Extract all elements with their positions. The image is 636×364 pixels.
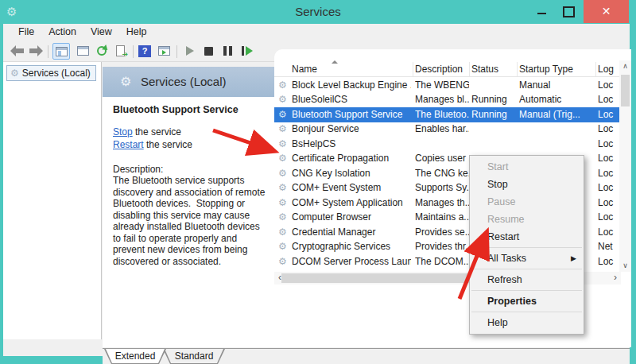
tab-label: Standard (163, 350, 225, 362)
cell-description: Provides thr... (415, 239, 469, 254)
context-menu-item-help[interactable]: Help (470, 314, 584, 331)
cell-description: Manages bl... (415, 92, 469, 107)
column-header-startup-type[interactable]: Startup Type (519, 64, 595, 75)
context-menu-item-start: Start (470, 158, 584, 176)
cell-description (415, 137, 469, 152)
context-menu-item-resume: Resume (470, 211, 584, 228)
column-separator[interactable] (517, 62, 518, 76)
services-gear-icon: ⚙ (10, 68, 19, 79)
cell-status: Running (471, 92, 517, 107)
cell-log: Loc (598, 196, 619, 211)
service-row[interactable]: ⚙Bluetooth Support ServiceThe Bluetoo...… (274, 107, 619, 122)
menu-separator (471, 247, 582, 248)
menu-help[interactable]: Help (119, 24, 154, 40)
service-gear-icon: ⚙ (278, 225, 287, 239)
cell-description: Manages th... (415, 196, 469, 211)
scroll-right-icon[interactable]: › (610, 272, 621, 285)
menu-separator (471, 269, 582, 269)
context-menu-item-stop[interactable]: Stop (470, 176, 584, 193)
column-header-status[interactable]: Status (471, 64, 517, 75)
console-tree-glyph (56, 47, 68, 56)
export-list-icon[interactable] (113, 43, 130, 60)
column-header-log[interactable]: Log (598, 64, 619, 75)
back-icon[interactable] (8, 43, 25, 60)
question-glyph: ? (138, 45, 151, 57)
stop-service-icon[interactable] (200, 43, 218, 60)
title-bar[interactable]: ⚙ Services ✕ (0, 0, 636, 24)
service-gear-icon: ⚙ (278, 180, 287, 195)
service-row[interactable]: ⚙BlueSoleilCSManages bl...RunningAutomat… (274, 92, 619, 107)
pause-service-icon[interactable] (219, 43, 237, 60)
cell-startup (519, 137, 595, 152)
cell-name: Certificate Propagation (292, 151, 411, 166)
cell-description: Copies user ... (415, 151, 469, 166)
column-separator[interactable] (413, 62, 413, 76)
service-row[interactable]: ⚙BsHelpCSLoc (274, 137, 619, 152)
service-gear-icon: ⚙ (278, 254, 287, 269)
cell-log: Loc (598, 254, 619, 269)
horizontal-scroll-thumb[interactable] (281, 273, 472, 283)
restart-service-icon[interactable] (238, 43, 256, 60)
restart-service-link[interactable]: Restart (113, 139, 144, 150)
cell-log: Loc (598, 180, 619, 196)
scroll-up-icon[interactable]: ∧ (619, 60, 631, 72)
cell-description: Supports Sy... (415, 180, 469, 196)
maximize-button[interactable] (556, 0, 579, 23)
restart-play-glyph (246, 46, 253, 56)
service-gear-icon: ⚙ (278, 210, 287, 224)
context-menu-item-restart[interactable]: Restart (470, 228, 584, 246)
standard-view-icon[interactable] (156, 43, 173, 60)
description-text: The Bluetooth service supports discovery… (113, 175, 269, 267)
restart-service-suffix: the service (144, 139, 192, 150)
minimize-button[interactable] (531, 0, 553, 23)
service-row[interactable]: ⚙Block Level Backup Engine ...The WBENG.… (274, 78, 619, 93)
service-row[interactable]: ⚙Bonjour ServiceEnables har...Loc (274, 122, 619, 137)
cell-status (471, 137, 517, 152)
cell-log: Loc (598, 78, 619, 93)
list-header: NameDescriptionStatusStartup TypeLog (274, 60, 619, 77)
column-header-description[interactable]: Description (415, 64, 469, 75)
cell-description: The WBENG... (415, 78, 469, 93)
forward-icon[interactable] (27, 43, 45, 60)
tab-label: Extended (104, 350, 166, 362)
vertical-scroll-thumb[interactable] (621, 75, 630, 106)
context-menu-item-refresh[interactable]: Refresh (470, 271, 584, 288)
cell-log: Loc (598, 92, 619, 107)
cell-startup: Manual (Trig... (519, 107, 595, 122)
help-icon[interactable]: ? (137, 43, 154, 60)
cell-startup (519, 122, 595, 137)
tree-item-services-local[interactable]: ⚙Services (Local) (6, 65, 96, 81)
pause-glyph (223, 46, 227, 56)
menu-file[interactable]: File (11, 24, 41, 40)
context-menu-item-properties[interactable]: Properties (470, 292, 584, 310)
context-menu: StartStopPauseResumeRestartAll Tasks▶Ref… (469, 155, 584, 335)
vertical-scrollbar[interactable]: ∧ ∨ (619, 60, 631, 272)
scroll-down-icon[interactable]: ∨ (619, 260, 631, 272)
start-service-icon[interactable] (181, 43, 199, 60)
service-gear-icon: ⚙ (278, 239, 287, 254)
cell-description: The Bluetoo... (415, 107, 469, 122)
tree-item-label: Services (Local) (22, 68, 91, 79)
show-console-tree-icon[interactable] (52, 43, 70, 60)
context-menu-item-pause: Pause (470, 193, 584, 211)
cell-log: Loc (598, 122, 619, 137)
column-separator[interactable] (469, 62, 470, 76)
cell-name: BsHelpCS (292, 137, 411, 152)
cell-log: Loc (598, 107, 619, 122)
properties-window-icon[interactable] (75, 43, 92, 60)
cell-log: Loc (598, 210, 619, 225)
tab-extended[interactable]: Extended (104, 349, 166, 364)
menu-separator (471, 312, 582, 312)
menu-view[interactable]: View (83, 24, 119, 40)
context-menu-item-all-tasks[interactable]: All Tasks▶ (470, 250, 584, 267)
stop-service-link[interactable]: Stop (113, 126, 133, 137)
service-gear-icon: ⚙ (278, 196, 287, 210)
column-separator[interactable] (595, 62, 596, 76)
cell-name: Cryptographic Services (292, 239, 411, 254)
refresh-icon[interactable] (94, 43, 111, 60)
menu-action[interactable]: Action (41, 24, 83, 40)
header-gear-icon: ⚙ (120, 74, 131, 89)
tab-standard[interactable]: Standard (163, 349, 225, 364)
close-button[interactable]: ✕ (584, 0, 629, 23)
column-header-name[interactable]: Name (292, 64, 411, 75)
